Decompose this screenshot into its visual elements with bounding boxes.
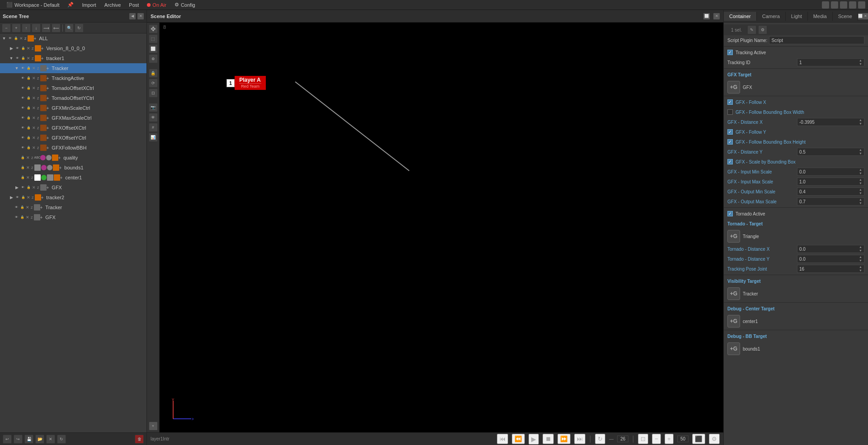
debug-center-box[interactable]: +G center1 — [724, 314, 868, 329]
maximize-scene-btn[interactable]: ⬜ — [703, 13, 710, 19]
tree-row[interactable]: 👁 🔒 ✕ z + GFXMaxScaleCtrl — [0, 113, 146, 123]
eye-icon[interactable]: 👁 — [20, 135, 25, 141]
toggle-tracker2[interactable]: ▶ — [8, 194, 14, 201]
gfx-follow-bbox-w-checkbox[interactable] — [727, 109, 733, 115]
tornado-active-cb[interactable]: Tornado Active — [727, 211, 765, 216]
x-icon[interactable]: ✕ — [27, 195, 30, 200]
gfx-dist-x-spinner[interactable]: ▲ ▼ — [859, 118, 862, 126]
tree-row[interactable]: 👁 🔒 ✕ z + GFXFollowBBH — [0, 143, 146, 153]
tornado-dist-y-spinner[interactable]: ▲ ▼ — [859, 255, 862, 262]
spin-up[interactable]: ▲ — [859, 118, 862, 122]
tray-icon[interactable] — [822, 1, 829, 9]
eye-icon[interactable]: 👁 — [20, 75, 25, 81]
tool6-btn[interactable]: ⟳ — [149, 79, 158, 88]
gfx-input-max-value[interactable]: 1.0 ▲ ▼ — [797, 178, 864, 186]
redo-btn[interactable]: ↪ — [14, 435, 23, 444]
lock-icon[interactable]: 🔒 — [26, 105, 31, 111]
spin-up[interactable]: ▲ — [859, 168, 862, 172]
spin-up[interactable]: ▲ — [859, 245, 862, 249]
config-btn[interactable]: ⚙ Config — [171, 1, 199, 9]
prev-btn[interactable]: ⏪ — [512, 434, 525, 444]
frame-number[interactable]: 26 — [617, 436, 628, 442]
toggle-tracker1[interactable]: ▼ — [8, 55, 14, 61]
search-btn[interactable]: 🔍 — [65, 23, 74, 33]
x-icon[interactable]: ✕ — [32, 185, 36, 190]
tool4-btn[interactable]: ⊕ — [149, 54, 158, 63]
close-scene-btn[interactable]: ✕ — [713, 13, 720, 19]
zoom-out-btn[interactable]: − — [652, 434, 661, 444]
monitor-icon[interactable] — [831, 1, 838, 9]
tree-row[interactable]: 👁 🔒 ✕ z + GFXOffsetXCtrl — [0, 123, 146, 133]
zoom-in-btn[interactable]: + — [665, 434, 674, 444]
eye-icon[interactable]: 👁 — [20, 145, 25, 150]
stop-btn[interactable]: ⏹ — [542, 434, 554, 444]
lock-icon[interactable]: 🔒 — [20, 195, 26, 200]
tree-row[interactable]: ▶ 👁 🔒 ✕ z + Version_8_0_0_0 — [0, 43, 146, 53]
gfx-scale-bbox-cb[interactable]: GFX - Scale by Bounding Box — [727, 159, 796, 164]
lock-icon[interactable]: 🔒 — [20, 56, 26, 61]
next-btn[interactable]: ⏩ — [557, 434, 571, 444]
gfx-target-box[interactable]: +G GFX — [724, 80, 868, 95]
zoom-fit-btn[interactable]: ⊡ — [638, 434, 648, 444]
tree-row[interactable]: 🔒 ✕ z + center1 — [0, 173, 146, 183]
visibility-target-box[interactable]: +G Tracker — [724, 286, 868, 301]
refresh-btn[interactable]: ↻ — [75, 23, 84, 33]
input-max-spinner[interactable]: ▲ ▼ — [859, 178, 862, 185]
tree-row-tracker-selected[interactable]: ▼ 👁 🔒 ✕ z + Tracker — [0, 63, 146, 73]
spin-down[interactable]: ▼ — [859, 62, 862, 66]
lock-icon[interactable]: 🔒 — [26, 185, 31, 190]
eye-btn[interactable]: 👁 — [149, 113, 158, 122]
undo-btn[interactable]: ↩ — [3, 435, 12, 444]
import-btn[interactable]: Import — [78, 1, 99, 9]
lock-icon[interactable]: 🔒 — [26, 125, 31, 131]
lock-icon[interactable]: 🔒 — [26, 75, 31, 81]
close-btn[interactable]: ✕ — [46, 435, 55, 444]
move-up-btn[interactable]: ↑ — [22, 23, 31, 33]
tornado-active-checkbox[interactable] — [727, 211, 733, 216]
x-icon[interactable]: ✕ — [26, 165, 30, 170]
toggle-tracker[interactable]: ▼ — [14, 65, 20, 71]
lock-icon[interactable]: 🔒 — [20, 155, 25, 160]
loop-btn[interactable]: ↻ — [595, 434, 605, 444]
toggle-version[interactable]: ▶ — [8, 45, 14, 52]
tornado-target-box[interactable]: +G Triangle — [724, 229, 868, 244]
tornado-dist-x-spinner[interactable]: ▲ ▼ — [859, 245, 862, 253]
gfx-follow-bbox-w-cb[interactable]: GFX - Follow Bounding Box Width — [727, 109, 804, 115]
tree-row[interactable]: ▼ 👁 🔒 ✕ z + tracker1 — [0, 53, 146, 63]
tracking-pose-joint-value[interactable]: 16 ▲ ▼ — [797, 265, 864, 273]
tree-row[interactable]: 👁 🔒 ✕ z + GFXMinScaleCtrl — [0, 103, 146, 113]
script-settings-btn[interactable]: ⚙ — [758, 25, 767, 34]
x-icon[interactable]: ✕ — [27, 46, 30, 51]
x-icon[interactable]: ✕ — [26, 215, 29, 220]
x-icon[interactable]: ✕ — [32, 106, 36, 110]
tree-row[interactable]: 👁 🔒 ✕ z + Tracker — [0, 202, 146, 212]
eye-icon[interactable]: 👁 — [7, 36, 13, 41]
eye-icon[interactable]: 👁 — [20, 66, 25, 71]
tab-scene[interactable]: Scene — [833, 12, 858, 21]
trash-btn[interactable]: 🗑 — [135, 435, 144, 444]
lock-icon[interactable]: 🔒 — [20, 175, 25, 180]
tree-row[interactable]: ▶ 👁 🔒 ✕ z + tracker2 — [0, 192, 146, 202]
eye-icon[interactable]: 👁 — [14, 215, 19, 220]
tracking-active-cb[interactable]: Tracking Active — [727, 50, 766, 55]
tab-container[interactable]: Container — [724, 12, 757, 21]
gfx-out-min-value[interactable]: 0.4 ▲ ▼ — [797, 187, 864, 196]
user-icon[interactable] — [849, 1, 856, 9]
spin-up[interactable]: ▲ — [859, 198, 862, 201]
tree-row[interactable]: ▼ 👁 🔒 ✕ z + ALL — [0, 33, 146, 43]
settings-icon[interactable] — [840, 1, 847, 9]
next-frame-btn[interactable]: ⏭ — [574, 434, 585, 444]
gfx-dist-y-spinner[interactable]: ▲ ▼ — [859, 148, 862, 155]
gfx-scale-bbox-checkbox[interactable] — [727, 159, 733, 164]
move-down-btn[interactable]: ↓ — [32, 23, 41, 33]
tornado-dist-y-value[interactable]: 0.0 ▲ ▼ — [797, 255, 864, 263]
remove-node-btn[interactable]: + — [12, 23, 21, 33]
eye-icon[interactable]: 👁 — [20, 125, 25, 131]
spin-down[interactable]: ▼ — [859, 172, 862, 175]
aspect-btn[interactable]: ⬛ — [692, 434, 705, 444]
debug-bb-box[interactable]: +G bounds1 — [724, 341, 868, 356]
tree-row[interactable]: 👁 🔒 ✕ z + GFXOffsetYCtrl — [0, 133, 146, 143]
x-icon[interactable]: ✕ — [32, 76, 36, 80]
collapse-left-btn[interactable]: ◀ — [129, 13, 136, 19]
lock-icon[interactable]: 🔒 — [26, 135, 31, 141]
